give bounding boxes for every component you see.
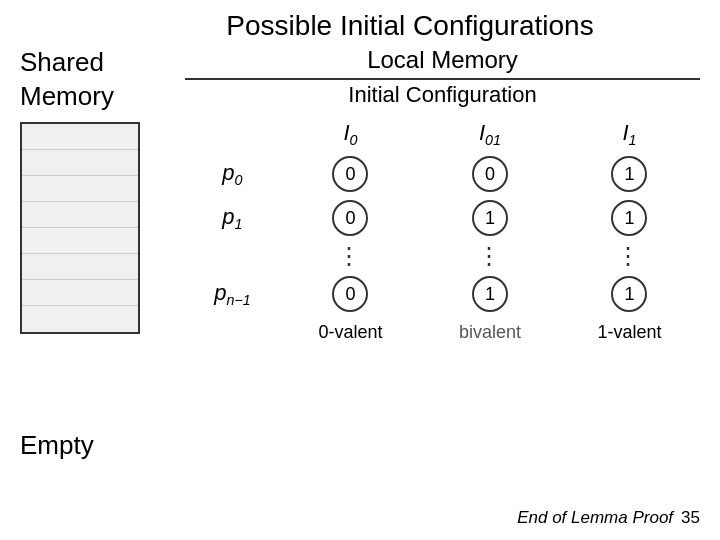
memory-row	[22, 176, 138, 202]
memory-row	[22, 202, 138, 228]
end-of-lemma-label: End of Lemma Proof	[517, 508, 673, 528]
memory-grid	[20, 122, 140, 334]
footer-bivalent: bivalent	[421, 316, 559, 347]
bottom-area: End of Lemma Proof 35	[517, 508, 700, 528]
dots-col2: ⋮	[559, 240, 700, 272]
config-table: I0 I01 I1 p0 0 0 1 p1	[185, 116, 700, 347]
local-memory-label: Local Memory	[185, 46, 700, 80]
row-label-p1: p1	[185, 196, 280, 240]
cell-p1-I0: 0	[280, 196, 421, 240]
cell-pn1-I0: 0	[280, 272, 421, 316]
memory-row	[22, 306, 138, 332]
table-row-dots: ⋮ ⋮ ⋮	[185, 240, 700, 272]
header-row: I0 I01 I1	[185, 116, 700, 152]
initial-config-label: Initial Configuration	[185, 82, 700, 108]
shared-label-line2: Memory	[20, 81, 114, 111]
col-header-I1: I1	[559, 116, 700, 152]
memory-row	[22, 228, 138, 254]
page-number: 35	[681, 508, 700, 528]
content-area: Shared Memory Empty Local Memor	[20, 46, 700, 461]
page: Possible Initial Configurations Shared M…	[0, 0, 720, 540]
cell-p0-I01: 0	[421, 152, 559, 196]
col-header-I0: I0	[280, 116, 421, 152]
dots-col1: ⋮	[421, 240, 559, 272]
shared-memory-label: Shared Memory	[20, 46, 114, 114]
header-label-col	[185, 116, 280, 152]
row-label-p0: p0	[185, 152, 280, 196]
main-title: Possible Initial Configurations	[20, 10, 700, 42]
memory-row	[22, 254, 138, 280]
row-label-dots	[185, 240, 280, 272]
cell-p1-I01: 1	[421, 196, 559, 240]
cell-p1-I1: 1	[559, 196, 700, 240]
shared-label-line1: Shared	[20, 47, 104, 77]
left-side: Shared Memory Empty	[20, 46, 175, 461]
cell-p0-I1: 1	[559, 152, 700, 196]
cell-pn1-I01: 1	[421, 272, 559, 316]
memory-row	[22, 150, 138, 176]
footer-row: 0-valent bivalent 1-valent	[185, 316, 700, 347]
empty-label: Empty	[20, 430, 94, 461]
memory-row	[22, 280, 138, 306]
table-row: p0 0 0 1	[185, 152, 700, 196]
footer-1valent: 1-valent	[559, 316, 700, 347]
right-side: Local Memory Initial Configuration I0 I0…	[175, 46, 700, 347]
footer-0valent: 0-valent	[280, 316, 421, 347]
table-row: pn−1 0 1 1	[185, 272, 700, 316]
table-row: p1 0 1 1	[185, 196, 700, 240]
cell-pn1-I1: 1	[559, 272, 700, 316]
cell-p0-I0: 0	[280, 152, 421, 196]
memory-row	[22, 124, 138, 150]
dots-col0: ⋮	[280, 240, 421, 272]
row-label-pn1: pn−1	[185, 272, 280, 316]
col-header-I01: I01	[421, 116, 559, 152]
